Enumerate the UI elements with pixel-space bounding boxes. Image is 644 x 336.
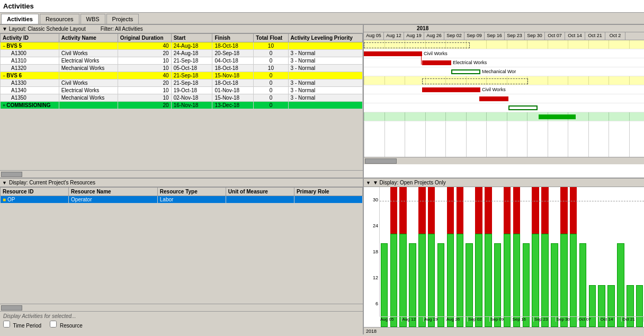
cell-start: 21-Sep-18	[171, 57, 212, 65]
histogram-year-label: 2018	[364, 327, 644, 334]
cell-float: 0	[254, 102, 288, 109]
resource-label: Resource	[50, 321, 83, 329]
gantt-month-cell: Sep 16	[485, 32, 505, 40]
activities-hscroll-thumb[interactable]	[1, 172, 22, 177]
gantt-hscroll[interactable]	[364, 157, 644, 164]
gantt-row	[364, 112, 644, 121]
gantt-month-cell: Aug 26	[424, 32, 444, 40]
cell-activity-name: Mechanical Works	[59, 65, 118, 72]
gantt-hscroll-thumb[interactable]	[365, 158, 397, 164]
hist-bar-red	[532, 187, 539, 234]
bottom-controls: Display Activities for selected... Time …	[0, 311, 363, 334]
cell-priority	[288, 102, 362, 109]
cell-start: 24-Aug-18	[171, 50, 212, 57]
hist-bar-green	[457, 234, 463, 327]
histogram-toggle[interactable]: ▼	[366, 180, 371, 185]
gantt-bar	[422, 87, 480, 92]
cell-float: 0	[254, 72, 288, 79]
cell-activity-id: A1330	[1, 79, 59, 87]
table-row[interactable]: A1340 Electrical Works 10 19-Oct-18 01-N…	[1, 87, 363, 94]
activities-table-scroll[interactable]: Activity ID Activity Name Original Durat…	[0, 33, 363, 170]
gantt-month-cell: Aug 12	[384, 32, 404, 40]
display-for-label: Display Activities for selected...	[3, 313, 360, 319]
hist-bar-group	[455, 187, 464, 327]
table-row[interactable]: A1330 Civil Works 20 21-Sep-18 18-Oct-18…	[1, 79, 363, 87]
tab-wbs[interactable]: WBS	[80, 14, 105, 24]
gantt-month-cell: Aug 05	[364, 32, 384, 40]
activities-hscroll[interactable]	[0, 170, 363, 178]
cell-priority: 3 - Normal	[288, 50, 362, 57]
gantt-bar-label: Civil Works	[482, 87, 506, 92]
expand-icon[interactable]: +	[3, 103, 5, 108]
hist-bar-green	[390, 234, 397, 327]
resources-toggle[interactable]: ▼	[2, 180, 7, 185]
col-start: Start	[171, 34, 212, 42]
hist-bar-group	[597, 187, 606, 327]
gantt-bar	[479, 96, 508, 101]
histogram-year-text: 2018	[366, 329, 377, 334]
col-priority: Activity Leveling Priority	[288, 34, 362, 42]
hist-bar-group	[531, 187, 540, 327]
cell-start: 21-Sep-18	[171, 79, 212, 87]
hist-bar-red	[560, 187, 567, 234]
cell-duration: 20	[118, 79, 171, 87]
hist-bar-group	[417, 187, 426, 327]
col-activity-name: Activity Name	[59, 34, 118, 42]
tab-projects[interactable]: Projects	[106, 14, 139, 24]
hist-bar-group	[578, 187, 587, 327]
resource-checkbox[interactable]	[50, 321, 57, 328]
cell-finish: 01-Nov-18	[212, 87, 254, 94]
hist-bar-green	[437, 243, 444, 327]
cell-priority	[288, 42, 362, 50]
hist-y-label: 12	[373, 275, 378, 280]
hist-bar-red	[570, 187, 577, 234]
expand-icon[interactable]: −	[3, 43, 5, 49]
cell-priority: 3 - Normal	[288, 94, 362, 102]
col-resource-type: Resource Type	[157, 188, 226, 196]
hist-y-label: 24	[373, 223, 378, 228]
table-row[interactable]: +COMMISSIONING 20 16-Nov-18 13-Dec-18 0	[1, 102, 363, 109]
table-row[interactable]: −BVS 5 40 24-Aug-18 18-Oct-18 10	[1, 42, 363, 50]
gantt-year-row: 2018	[364, 25, 644, 32]
hist-bar-green	[475, 234, 482, 327]
hist-bar-group	[380, 187, 389, 327]
hist-bar-green	[447, 234, 454, 327]
resources-hscroll[interactable]	[0, 304, 363, 311]
title-text: Activities	[3, 2, 34, 10]
resource-row[interactable]: ■OP Operator Labor	[1, 196, 363, 204]
resources-hscroll-thumb[interactable]	[1, 305, 22, 311]
col-uom: Unit of Measure	[226, 188, 294, 196]
time-period-checkbox[interactable]	[3, 321, 10, 328]
histogram-header-bar: ▼ ▼ Display: Open Projects Only	[364, 179, 644, 187]
table-row[interactable]: A1300 Civil Works 20 24-Aug-18 20-Sep-18…	[1, 50, 363, 57]
cell-duration: 20	[118, 102, 171, 109]
tab-resources[interactable]: Resources	[40, 14, 79, 24]
resources-table-scroll[interactable]: Resource ID Resource Name Resource Type …	[0, 187, 363, 304]
expand-icon[interactable]: −	[3, 73, 5, 78]
cell-duration: 10	[118, 57, 171, 65]
hist-y-label: 6	[375, 301, 378, 306]
cell-activity-name	[59, 72, 118, 79]
cell-activity-id: A1320	[1, 65, 59, 72]
tab-bar: Activities Resources WBS Projects	[0, 13, 644, 25]
hist-bar-green	[409, 243, 416, 327]
hist-y-axis: 302418126	[364, 187, 380, 316]
col-finish: Finish	[212, 34, 254, 42]
col-activity-id: Activity ID	[1, 34, 59, 42]
cell-float: 0	[254, 87, 288, 94]
table-row[interactable]: −BVS 6 40 21-Sep-18 15-Nov-18 0	[1, 72, 363, 79]
table-row[interactable]: A1310 Electrical Works 10 21-Sep-18 04-O…	[1, 57, 363, 65]
hist-month-label: Oct 07	[578, 317, 600, 322]
hist-bar-group	[550, 187, 559, 327]
hist-month-label: Aug 19	[424, 317, 446, 322]
table-row[interactable]: A1320 Mechanical Works 10 05-Oct-18 18-O…	[1, 65, 363, 72]
hist-bar-green	[523, 243, 530, 327]
resources-section: ▼ Display: Current Project's Resources R…	[0, 179, 363, 334]
hist-y-label: 18	[373, 249, 378, 254]
tab-activities[interactable]: Activities	[1, 14, 39, 24]
hist-month-label: Oct 21	[622, 317, 644, 322]
table-row[interactable]: A1350 Mechanical Works 10 02-Nov-18 15-N…	[1, 94, 363, 102]
hist-bar-group	[427, 187, 436, 327]
gantt-row	[364, 103, 644, 112]
gantt-year: 2018	[417, 25, 428, 31]
